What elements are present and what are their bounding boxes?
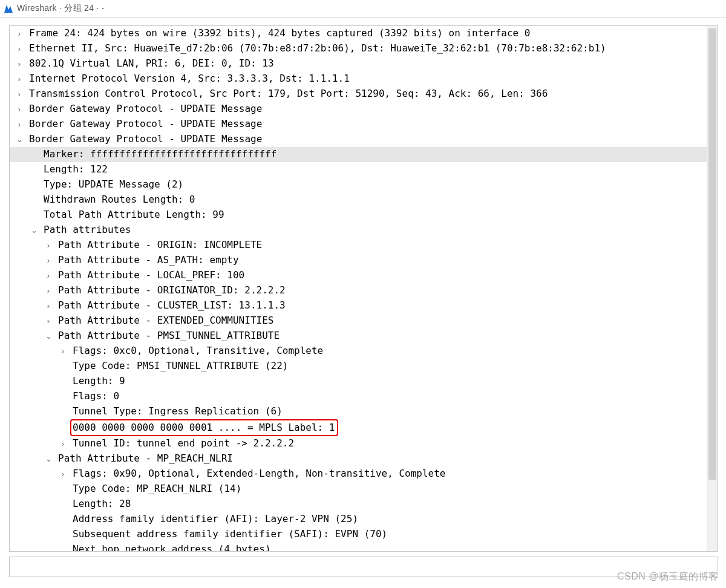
tree-label: Ethernet II, Src: HuaweiTe_d7:2b:06 (70:… — [29, 41, 606, 56]
tree-row-pmsi-mpls-label[interactable]: ····0000 0000 0000 0000 0001 .... = MPLS… — [10, 419, 718, 436]
tree-label: Type Code: MP_REACH_NLRI (14) — [73, 482, 241, 496]
expander-icon[interactable]: › — [15, 42, 24, 56]
tree-label: Path Attribute - PMSI_TUNNEL_ATTRIBUTE — [58, 328, 280, 343]
tree-row-frame[interactable]: ›Frame 24: 424 bytes on wire (3392 bits)… — [10, 26, 718, 41]
tree-row-mp-flags[interactable]: ···›Flags: 0x90, Optional, Extended-Leng… — [10, 466, 718, 482]
tree-row-ip[interactable]: ›Internet Protocol Version 4, Src: 3.3.3… — [10, 71, 718, 87]
tree-label: Border Gateway Protocol - UPDATE Message — [29, 117, 262, 131]
tree-label: Path Attribute - MP_REACH_NLRI — [58, 451, 233, 466]
tree-label: Type Code: PMSI_TUNNEL_ATTRIBUTE (22) — [73, 359, 288, 373]
tree-label: 0000 0000 0000 0000 0001 .... = MPLS Lab… — [73, 422, 335, 433]
tree-label: Withdrawn Routes Length: 0 — [44, 192, 195, 207]
tree-label: Path Attribute - CLUSTER_LIST: 13.1.1.3 — [58, 298, 286, 313]
tree-label: Flags: 0xc0, Optional, Transitive, Compl… — [73, 344, 323, 358]
tree-row-pa-pmsi[interactable]: ··⌄Path Attribute - PMSI_TUNNEL_ATTRIBUT… — [10, 328, 718, 344]
tree-label: Path Attribute - EXTENDED_COMMUNITIES — [58, 313, 273, 328]
tree-row-mp-nexthop[interactable]: ····Next hop network address (4 bytes) — [10, 542, 718, 552]
expander-icon[interactable]: › — [15, 27, 24, 41]
expander-icon[interactable]: › — [44, 238, 53, 253]
tree-row-pmsi-flags[interactable]: ···›Flags: 0xc0, Optional, Transitive, C… — [10, 344, 718, 359]
tree-row-bgp-2[interactable]: ›Border Gateway Protocol - UPDATE Messag… — [10, 117, 718, 132]
tree-row-pa-aspath[interactable]: ··›Path Attribute - AS_PATH: empty — [10, 253, 718, 268]
hex-view-pane[interactable]: 0120 64 00 00 00 01 00 00 00 00 20 02 02… — [9, 557, 718, 577]
tree-label: Tunnel Type: Ingress Replication (6) — [73, 404, 283, 419]
tree-label: Length: 28 — [73, 497, 131, 511]
tree-row-ethernet[interactable]: ›Ethernet II, Src: HuaweiTe_d7:2b:06 (70… — [10, 41, 718, 56]
expander-icon[interactable]: › — [15, 102, 24, 117]
collapse-icon[interactable]: ⌄ — [15, 132, 24, 147]
tree-row-mp-length[interactable]: ····Length: 28 — [10, 497, 718, 512]
expander-icon[interactable]: › — [44, 253, 53, 268]
tree-row-bgp-total-path-attr-len[interactable]: ··Total Path Attribute Length: 99 — [10, 207, 718, 223]
tree-row-bgp-type[interactable]: ··Type: UPDATE Message (2) — [10, 177, 718, 192]
expander-icon[interactable]: › — [44, 269, 53, 283]
collapse-icon[interactable]: ⌄ — [29, 223, 39, 238]
expander-icon[interactable]: › — [58, 467, 68, 482]
tree-label: Total Path Attribute Length: 99 — [44, 207, 224, 222]
tree-row-path-attributes[interactable]: ·⌄Path attributes — [10, 223, 718, 238]
wireshark-fin-icon — [4, 4, 13, 13]
tree-row-bgp-withdrawn[interactable]: ··Withdrawn Routes Length: 0 — [10, 192, 718, 207]
tree-label: Path Attribute - AS_PATH: empty — [58, 253, 239, 267]
tree-row-pmsi-length[interactable]: ····Length: 9 — [10, 374, 718, 389]
tree-row-mp-safi[interactable]: ····Subsequent address family identifier… — [10, 527, 718, 542]
tree-row-pmsi-tuntype[interactable]: ····Tunnel Type: Ingress Replication (6) — [10, 404, 718, 419]
tree-row-bgp-marker[interactable]: ··Marker: ffffffffffffffffffffffffffffff… — [10, 147, 718, 162]
collapse-icon[interactable]: ⌄ — [44, 329, 53, 344]
tree-label: Border Gateway Protocol - UPDATE Message — [29, 102, 262, 116]
collapse-icon[interactable]: ⌄ — [44, 452, 53, 466]
tree-label: Path attributes — [44, 223, 131, 237]
tree-label: Path Attribute - ORIGINATOR_ID: 2.2.2.2 — [58, 283, 286, 298]
tree-label: Frame 24: 424 bytes on wire (3392 bits),… — [29, 26, 530, 41]
scrollbar-thumb[interactable] — [708, 28, 716, 480]
tree-label: Type: UPDATE Message (2) — [44, 177, 183, 192]
expander-icon[interactable]: › — [58, 437, 68, 451]
tree-label: Address family identifier (AFI): Layer-2… — [73, 512, 358, 526]
tree-label: Length: 122 — [44, 162, 108, 177]
expander-icon[interactable]: › — [44, 299, 53, 313]
tree-label: Tunnel ID: tunnel end point -> 2.2.2.2 — [73, 436, 294, 451]
tree-row-pa-origid[interactable]: ··›Path Attribute - ORIGINATOR_ID: 2.2.2… — [10, 283, 718, 298]
vertical-scrollbar[interactable] — [707, 26, 718, 551]
tree-row-mp-typecode[interactable]: ····Type Code: MP_REACH_NLRI (14) — [10, 482, 718, 497]
tree-label: Next hop network address (4 bytes) — [73, 542, 271, 552]
tree-row-pmsi-flags2[interactable]: ····Flags: 0 — [10, 389, 718, 404]
tree-label: Flags: 0x90, Optional, Extended-Length, … — [73, 466, 446, 481]
tree-row-pa-extcomm[interactable]: ··›Path Attribute - EXTENDED_COMMUNITIES — [10, 313, 718, 328]
expander-icon[interactable]: › — [58, 344, 68, 359]
expander-icon[interactable]: › — [15, 87, 24, 102]
tree-label: Flags: 0 — [73, 389, 119, 403]
tree-label: Transmission Control Protocol, Src Port:… — [29, 87, 548, 101]
tree-row-bgp-length[interactable]: ··Length: 122 — [10, 162, 718, 177]
tree-label: Length: 9 — [73, 374, 125, 388]
tree-row-vlan[interactable]: ›802.1Q Virtual LAN, PRI: 6, DEI: 0, ID:… — [10, 56, 718, 71]
tree-row-bgp-1[interactable]: ›Border Gateway Protocol - UPDATE Messag… — [10, 102, 718, 117]
expander-icon[interactable]: › — [15, 72, 24, 87]
window-title: Wireshark · 分组 24 · - — [17, 3, 105, 14]
tree-label: 802.1Q Virtual LAN, PRI: 6, DEI: 0, ID: … — [29, 56, 274, 71]
expander-icon[interactable]: › — [44, 314, 53, 328]
tree-row-pa-origin[interactable]: ··›Path Attribute - ORIGIN: INCOMPLETE — [10, 238, 718, 253]
tree-row-pa-mpreach[interactable]: ··⌄Path Attribute - MP_REACH_NLRI — [10, 451, 718, 466]
tree-label: Path Attribute - ORIGIN: INCOMPLETE — [58, 238, 262, 252]
expander-icon[interactable]: › — [15, 57, 24, 71]
tree-row-pa-cluster[interactable]: ··›Path Attribute - CLUSTER_LIST: 13.1.1… — [10, 298, 718, 313]
tree-row-pmsi-tunid[interactable]: ···›Tunnel ID: tunnel end point -> 2.2.2… — [10, 436, 718, 451]
highlight-box: 0000 0000 0000 0000 0001 .... = MPLS Lab… — [70, 419, 338, 436]
tree-row-mp-afi[interactable]: ····Address family identifier (AFI): Lay… — [10, 512, 718, 527]
expander-icon[interactable]: › — [15, 117, 24, 132]
window-titlebar: Wireshark · 分组 24 · - — [0, 0, 726, 17]
tree-row-pmsi-typecode[interactable]: ····Type Code: PMSI_TUNNEL_ATTRIBUTE (22… — [10, 359, 718, 374]
tree-label: Path Attribute - LOCAL_PREF: 100 — [58, 268, 244, 283]
tree-row-pa-localpref[interactable]: ··›Path Attribute - LOCAL_PREF: 100 — [10, 268, 718, 283]
tree-row-tcp[interactable]: ›Transmission Control Protocol, Src Port… — [10, 87, 718, 102]
tree-label: Border Gateway Protocol - UPDATE Message — [29, 132, 262, 146]
tree-label: Subsequent address family identifier (SA… — [73, 527, 387, 541]
packet-details-pane[interactable]: ›Frame 24: 424 bytes on wire (3392 bits)… — [9, 25, 718, 552]
titlebar-separator — [0, 17, 726, 18]
tree-label: Marker: ffffffffffffffffffffffffffffffff — [44, 147, 276, 162]
tree-row-bgp-3[interactable]: ⌄Border Gateway Protocol - UPDATE Messag… — [10, 132, 718, 147]
expander-icon[interactable]: › — [44, 284, 53, 298]
tree-label: Internet Protocol Version 4, Src: 3.3.3.… — [29, 71, 350, 86]
